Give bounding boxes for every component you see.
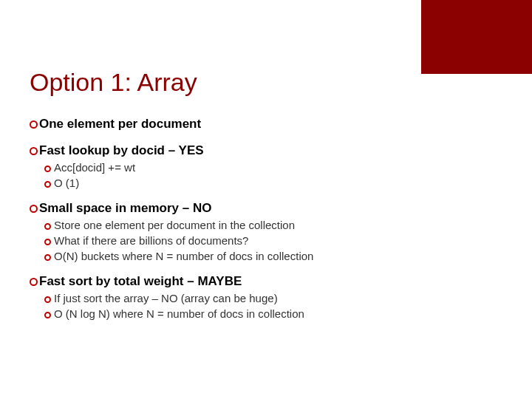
bullet-text: Small space in memory – NO <box>39 201 211 216</box>
bullet-ring-icon <box>30 120 38 129</box>
bullet-ring-icon <box>44 223 51 230</box>
bullet-sub: If just sort the array – NO (array can b… <box>44 292 488 304</box>
bullet-main: Small space in memory – NO <box>30 201 488 216</box>
slide-title: Option 1: Array <box>30 68 197 97</box>
bullet-ring-icon <box>30 205 38 213</box>
accent-box <box>421 0 532 74</box>
content-area: One element per document Fast lookup by … <box>30 111 488 320</box>
bullet-ring-icon <box>44 254 51 261</box>
bullet-ring-icon <box>30 147 38 155</box>
bullet-text: Fast lookup by docid – YES <box>39 143 204 158</box>
bullet-sub-text: O(N) buckets where N = number of docs in… <box>54 250 313 262</box>
bullet-ring-icon <box>44 239 51 245</box>
bullet-sub: What if there are billions of documents? <box>44 234 488 247</box>
bullet-sub-text: What if there are billions of documents? <box>54 234 248 247</box>
bullet-text: One element per document <box>39 117 201 132</box>
bullet-sub-text: If just sort the array – NO (array can b… <box>54 292 278 304</box>
sub-bullet-group: Acc[docid] += wt O (1) <box>30 161 488 189</box>
bullet-sub: O (N log N) where N = number of docs in … <box>44 307 488 320</box>
sub-bullet-group: Store one element per document in the co… <box>30 219 488 262</box>
bullet-main: Fast sort by total weight – MAYBE <box>30 274 488 289</box>
bullet-sub: O (1) <box>44 177 488 189</box>
bullet-ring-icon <box>44 296 51 303</box>
bullet-main: One element per document <box>30 117 488 132</box>
bullet-sub-text: O (N log N) where N = number of docs in … <box>54 307 304 320</box>
bullet-ring-icon <box>44 181 51 188</box>
bullet-sub-text: Store one element per document in the co… <box>54 219 295 231</box>
slide: Option 1: Array One element per document… <box>0 0 532 399</box>
bullet-sub: O(N) buckets where N = number of docs in… <box>44 250 488 262</box>
sub-bullet-group: If just sort the array – NO (array can b… <box>30 292 488 320</box>
bullet-ring-icon <box>30 278 38 286</box>
bullet-sub: Store one element per document in the co… <box>44 219 488 231</box>
bullet-text: Fast sort by total weight – MAYBE <box>39 274 242 289</box>
bullet-main: Fast lookup by docid – YES <box>30 143 488 158</box>
bullet-sub-text: Acc[docid] += wt <box>54 161 135 174</box>
bullet-ring-icon <box>44 312 51 318</box>
bullet-ring-icon <box>44 166 51 172</box>
bullet-sub: Acc[docid] += wt <box>44 161 488 174</box>
bullet-sub-text: O (1) <box>54 177 79 189</box>
